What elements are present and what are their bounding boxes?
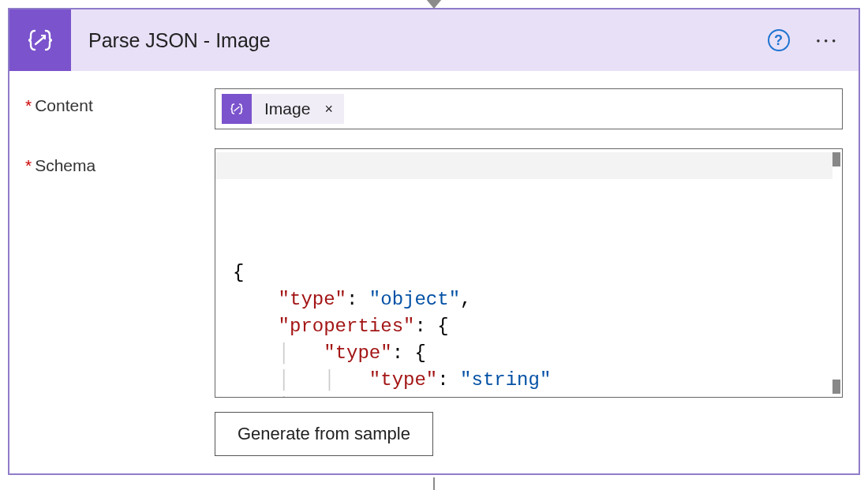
content-label-text: Content xyxy=(35,96,93,114)
token-remove-icon[interactable]: × xyxy=(321,101,344,118)
required-star: * xyxy=(25,156,32,174)
schema-row: *Schema { "type": "object", "properties"… xyxy=(25,148,843,456)
content-input[interactable]: Image × xyxy=(215,88,843,129)
parse-json-action-card: Parse JSON - Image ? ●●● *Content xyxy=(8,8,860,475)
parse-json-icon xyxy=(9,9,71,71)
required-star: * xyxy=(25,96,32,114)
scrollbar-thumb[interactable] xyxy=(832,152,840,166)
code-content: { "type": "object", "properties": { │ "t… xyxy=(233,260,834,398)
parse-json-icon xyxy=(222,94,252,124)
content-row: *Content Image × xyxy=(25,88,843,129)
svg-marker-0 xyxy=(426,0,442,9)
token-label: Image xyxy=(252,99,321,118)
svg-line-1 xyxy=(36,36,45,44)
content-label: *Content xyxy=(25,88,215,115)
more-options-button[interactable]: ●●● xyxy=(814,31,844,50)
flow-connector-bottom xyxy=(433,477,435,490)
card-header[interactable]: Parse JSON - Image ? ●●● xyxy=(9,9,859,71)
help-icon[interactable]: ? xyxy=(768,29,790,51)
schema-code-editor[interactable]: { "type": "object", "properties": { │ "t… xyxy=(215,148,843,398)
card-body: *Content Image × xyxy=(9,71,859,473)
generate-from-sample-button[interactable]: Generate from sample xyxy=(215,412,433,456)
schema-label-text: Schema xyxy=(35,156,95,174)
content-token-image[interactable]: Image × xyxy=(222,94,344,124)
schema-label: *Schema xyxy=(25,148,215,175)
card-title: Parse JSON - Image xyxy=(88,29,768,52)
flow-connector-top xyxy=(425,0,443,13)
svg-line-2 xyxy=(234,107,239,111)
editor-active-line xyxy=(215,152,832,179)
